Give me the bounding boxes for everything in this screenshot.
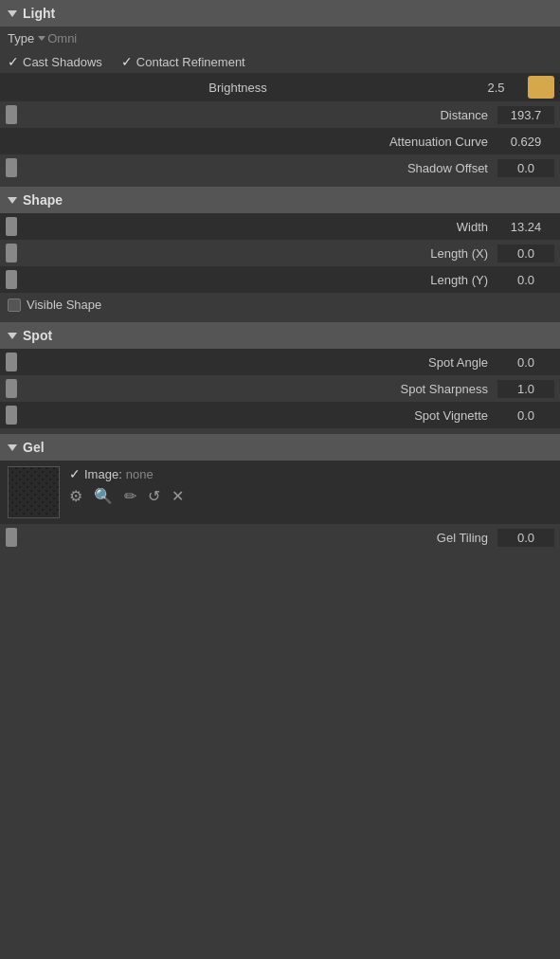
gel-image-area: ✓ Image: none ⚙ 🔍 ✏ ↺ ✕ xyxy=(0,461,560,524)
spot-sharpness-label: Spot Sharpness xyxy=(21,382,497,396)
spot-sharpness-row: Spot Sharpness 1.0 xyxy=(0,375,560,402)
shadow-offset-value[interactable]: 0.0 xyxy=(497,159,554,177)
gel-tiling-row: Gel Tiling 0.0 xyxy=(0,524,560,551)
distance-slider[interactable] xyxy=(6,105,17,124)
gel-image-label: ✓ Image: none xyxy=(69,466,184,481)
type-row: Type Omni xyxy=(0,27,560,50)
attenuation-row: Attenuation Curve 0.629 xyxy=(0,128,560,154)
contact-refinement-checkmark: ✓ xyxy=(121,54,133,69)
length-x-slider[interactable] xyxy=(6,244,17,262)
brightness-label: Brightness xyxy=(6,81,470,95)
gel-collapse-icon xyxy=(8,444,17,451)
checkboxes-row: ✓ Cast Shadows ✓ Contact Refinement xyxy=(0,50,560,73)
length-x-row: Length (X) 0.0 xyxy=(0,240,560,266)
spot-vignette-value[interactable]: 0.0 xyxy=(497,407,554,425)
distance-value[interactable]: 193.7 xyxy=(497,106,554,124)
width-row: Width 13.24 xyxy=(0,213,560,240)
length-y-slider[interactable] xyxy=(6,270,17,289)
spot-section-header[interactable]: Spot xyxy=(0,322,560,349)
edit-icon[interactable]: ✏ xyxy=(124,487,136,505)
distance-label: Distance xyxy=(21,108,497,122)
cast-shadows-checkmark: ✓ xyxy=(8,54,19,69)
shadow-offset-row: Shadow Offset 0.0 xyxy=(0,154,560,181)
length-x-label: Length (X) xyxy=(21,246,497,261)
spot-vignette-slider[interactable] xyxy=(6,406,17,425)
gel-image-value: none xyxy=(126,467,154,481)
gel-section-title: Gel xyxy=(23,440,45,455)
gel-tiling-slider[interactable] xyxy=(6,528,17,547)
shadow-offset-label: Shadow Offset xyxy=(21,161,497,175)
gel-actions: ⚙ 🔍 ✏ ↺ ✕ xyxy=(69,487,184,505)
spot-angle-label: Spot Angle xyxy=(21,355,497,370)
width-slider[interactable] xyxy=(6,217,17,236)
attenuation-label: Attenuation Curve xyxy=(6,135,497,149)
shape-section-title: Shape xyxy=(23,192,63,208)
spot-collapse-icon xyxy=(8,333,17,339)
attenuation-value[interactable]: 0.629 xyxy=(497,133,554,151)
light-section-title: Light xyxy=(23,6,55,21)
length-x-value[interactable]: 0.0 xyxy=(497,244,554,262)
spot-vignette-row: Spot Vignette 0.0 xyxy=(0,402,560,428)
visible-shape-checkbox[interactable] xyxy=(8,299,21,312)
color-swatch[interactable] xyxy=(528,76,554,99)
gel-section-header[interactable]: Gel xyxy=(0,434,560,461)
visible-shape-row[interactable]: Visible Shape xyxy=(0,293,560,317)
visible-shape-label: Visible Shape xyxy=(27,298,101,312)
type-dropdown[interactable]: Omni xyxy=(38,31,77,45)
brightness-row: Brightness 2.5 xyxy=(0,73,560,101)
shape-section-header[interactable]: Shape xyxy=(0,187,560,213)
width-value[interactable]: 13.24 xyxy=(497,218,554,236)
close-icon[interactable]: ✕ xyxy=(172,487,184,505)
cast-shadows-checkbox[interactable]: ✓ Cast Shadows xyxy=(8,54,102,69)
spot-sharpness-slider[interactable] xyxy=(6,379,17,398)
refresh-icon[interactable]: ↺ xyxy=(148,487,160,505)
cast-shadows-label: Cast Shadows xyxy=(23,55,102,69)
type-chevron-icon xyxy=(38,36,45,41)
search-icon[interactable]: 🔍 xyxy=(94,487,113,505)
shadow-offset-slider[interactable] xyxy=(6,158,17,177)
gel-thumbnail[interactable] xyxy=(8,466,60,518)
spot-angle-slider[interactable] xyxy=(6,353,17,371)
type-value: Omni xyxy=(47,31,77,45)
gel-image-key: Image: xyxy=(84,467,122,481)
contact-refinement-checkbox[interactable]: ✓ Contact Refinement xyxy=(121,54,245,69)
spot-section-title: Spot xyxy=(23,328,52,343)
type-label: Type xyxy=(8,31,34,45)
gel-image-checkmark: ✓ xyxy=(69,466,81,481)
length-y-row: Length (Y) 0.0 xyxy=(0,266,560,293)
spot-angle-row: Spot Angle 0.0 xyxy=(0,349,560,375)
spot-sharpness-value[interactable]: 1.0 xyxy=(497,380,554,398)
gel-info: ✓ Image: none ⚙ 🔍 ✏ ↺ ✕ xyxy=(69,466,184,505)
gel-tiling-value[interactable]: 0.0 xyxy=(497,529,554,547)
brightness-value[interactable]: 2.5 xyxy=(470,81,522,95)
width-label: Width xyxy=(21,220,497,234)
gel-tiling-label: Gel Tiling xyxy=(21,531,497,545)
collapse-triangle-icon xyxy=(8,10,17,17)
contact-refinement-label: Contact Refinement xyxy=(136,55,245,69)
length-y-label: Length (Y) xyxy=(21,273,497,287)
shape-collapse-icon xyxy=(8,197,17,204)
distance-row: Distance 193.7 xyxy=(0,101,560,128)
settings-icon[interactable]: ⚙ xyxy=(69,487,82,505)
spot-angle-value[interactable]: 0.0 xyxy=(497,353,554,371)
spot-vignette-label: Spot Vignette xyxy=(21,408,497,423)
light-section-header[interactable]: Light xyxy=(0,0,560,27)
length-y-value[interactable]: 0.0 xyxy=(497,271,554,289)
